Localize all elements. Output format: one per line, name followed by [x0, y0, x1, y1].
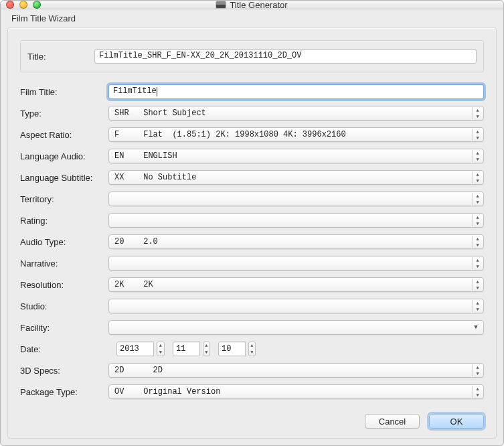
window-controls [6, 1, 41, 9]
aspect-ratio-select[interactable]: F Flat (1.85:1) 2K: 1998x1080 4K: 3996x2… [108, 127, 484, 142]
package-type-select[interactable]: OV Original Version ▲▼ [108, 384, 484, 399]
package-type-label: Package Type: [20, 387, 108, 397]
facility-combo[interactable]: ▼ [108, 320, 484, 335]
narrative-label: Narrative: [20, 258, 108, 269]
type-select[interactable]: SHR Short Subject ▲▼ [108, 106, 484, 121]
updown-icon: ▲▼ [472, 364, 483, 376]
resolution-select[interactable]: 2K 2K ▲▼ [108, 277, 484, 292]
rating-label: Rating: [20, 216, 108, 226]
language-subtitle-label: Language Subtitle: [20, 173, 108, 183]
updown-icon: ▲▼ [157, 342, 165, 356]
facility-label: Facility: [20, 323, 108, 333]
updown-icon: ▲▼ [203, 342, 210, 356]
date-day-spinner[interactable]: 10 ▲▼ [218, 342, 256, 356]
updown-icon: ▲▼ [472, 386, 483, 398]
title-output[interactable]: FilmTitle_SHR_F_EN-XX_20_2K_20131110_2D_… [94, 49, 477, 64]
studio-select[interactable]: ▲▼ [108, 299, 484, 313]
rating-select[interactable]: ▲▼ [108, 213, 484, 228]
close-icon[interactable] [6, 1, 14, 9]
updown-icon: ▲▼ [472, 300, 483, 312]
group-label: Film Title Wizard [11, 13, 497, 23]
updown-icon: ▲▼ [472, 171, 483, 183]
window: Title Generator Film Title Wizard Title:… [0, 0, 504, 446]
date-label: Date: [20, 344, 108, 354]
date-month-spinner[interactable]: 11 ▲▼ [173, 342, 210, 356]
updown-icon: ▲▼ [472, 214, 483, 226]
territory-select[interactable]: ▲▼ [108, 192, 484, 206]
updown-icon: ▲▼ [472, 236, 483, 248]
cancel-button[interactable]: Cancel [365, 414, 420, 429]
language-audio-label: Language Audio: [20, 151, 108, 161]
audio-type-label: Audio Type: [20, 237, 108, 247]
minimize-icon[interactable] [19, 1, 27, 9]
updown-icon: ▲▼ [248, 342, 256, 356]
ok-button[interactable]: OK [429, 414, 484, 429]
zoom-icon[interactable] [33, 1, 41, 9]
app-icon [216, 1, 226, 8]
updown-icon: ▲▼ [472, 107, 483, 119]
date-year-spinner[interactable]: 2013 ▲▼ [116, 342, 165, 356]
titlebar: Title Generator [1, 1, 503, 9]
updown-icon: ▲▼ [472, 257, 483, 269]
film-title-label: Film Title: [20, 87, 108, 97]
type-label: Type: [20, 108, 108, 119]
title-label: Title: [27, 52, 94, 62]
title-box: Title: FilmTitle_SHR_F_EN-XX_20_2K_20131… [20, 40, 484, 72]
updown-icon: ▲▼ [472, 129, 483, 141]
dialog-buttons: Cancel OK [20, 414, 484, 429]
narrative-select[interactable]: ▲▼ [108, 256, 484, 271]
audio-type-select[interactable]: 20 2.0 ▲▼ [108, 234, 484, 249]
form-group: Title: FilmTitle_SHR_F_EN-XX_20_2K_20131… [7, 27, 497, 439]
aspect-ratio-label: Aspect Ratio: [20, 130, 108, 140]
specs-3d-select[interactable]: 2D 2D ▲▼ [108, 363, 484, 378]
language-subtitle-select[interactable]: XX No Subtitle ▲▼ [108, 170, 484, 185]
specs-3d-label: 3D Specs: [20, 366, 108, 376]
updown-icon: ▲▼ [472, 150, 483, 162]
language-audio-select[interactable]: EN ENGLISH ▲▼ [108, 149, 484, 163]
studio-label: Studio: [20, 301, 108, 311]
updown-icon: ▲▼ [472, 279, 483, 291]
film-title-input[interactable]: FilmTitle [108, 84, 484, 99]
resolution-label: Resolution: [20, 280, 108, 290]
territory-label: Territory: [20, 194, 108, 204]
chevron-down-icon: ▼ [471, 321, 481, 334]
window-title: Title Generator [230, 0, 287, 10]
updown-icon: ▲▼ [472, 193, 483, 205]
